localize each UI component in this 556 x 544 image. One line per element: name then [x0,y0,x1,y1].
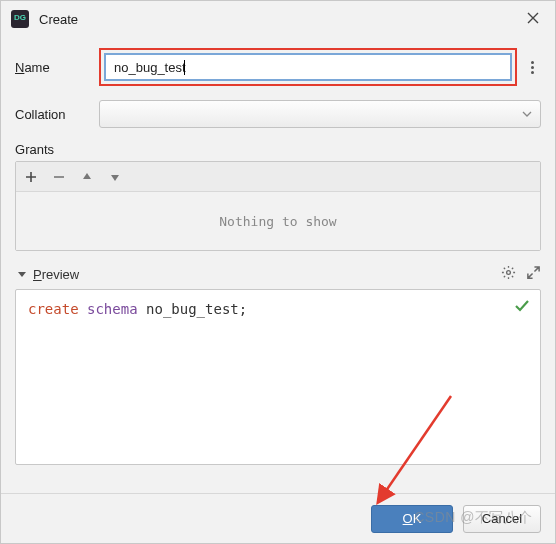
expand-icon[interactable] [526,265,541,283]
name-highlight: no_bug_test [99,48,517,86]
add-icon[interactable] [24,171,38,183]
more-options-icon[interactable] [523,59,541,76]
ok-button[interactable]: OK [371,505,453,533]
sql-keyword-create: create [28,301,79,317]
close-icon[interactable] [521,12,545,27]
dialog-window: DG Create Name no_bug_test Collation [0,0,556,544]
move-up-icon[interactable] [80,171,94,183]
remove-icon[interactable] [52,171,66,183]
check-icon [514,298,530,320]
preview-editor[interactable]: create schema no_bug_test; [15,289,541,465]
gear-icon[interactable] [501,265,516,283]
collapse-icon[interactable] [15,267,29,282]
name-input-text: no_bug_test [114,60,186,75]
window-title: Create [39,12,521,27]
sql-semicolon: ; [239,301,247,317]
move-down-icon[interactable] [108,171,122,183]
text-caret [184,60,185,75]
collation-label: Collation [15,107,99,122]
grants-panel: Nothing to show [15,161,541,251]
dialog-footer: OK Cancel [1,493,555,543]
preview-header: Preview [15,265,541,283]
name-field[interactable]: no_bug_test [104,53,512,81]
svg-point-0 [507,271,511,275]
chevron-down-icon [522,109,532,119]
sql-identifier: no_bug_test [146,301,239,317]
grants-label: Grants [15,142,541,157]
preview-title: Preview [33,267,491,282]
cancel-button[interactable]: Cancel [463,505,541,533]
grants-toolbar [16,162,540,192]
collation-select[interactable] [99,100,541,128]
collation-row: Collation [15,100,541,128]
dialog-content: Name no_bug_test Collation Grants [1,37,555,465]
app-icon: DG [11,10,29,28]
sql-keyword-schema: schema [87,301,138,317]
grants-empty-text: Nothing to show [16,192,540,250]
name-label: Name [15,60,99,75]
name-row: Name no_bug_test [15,48,541,86]
title-bar: DG Create [1,1,555,37]
